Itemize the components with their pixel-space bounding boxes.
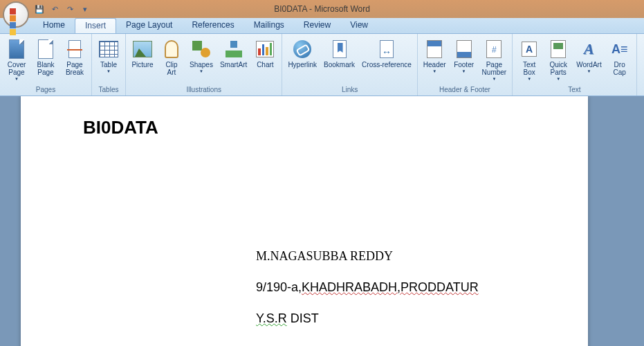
clip-art-icon bbox=[165, 40, 178, 58]
document-page[interactable]: BI0DATA M.NAGASUBBA REDDY 9/190-a,KHADHR… bbox=[21, 96, 588, 346]
document-area[interactable]: BI0DATA M.NAGASUBBA REDDY 9/190-a,KHADHR… bbox=[0, 96, 644, 346]
chevron-down-icon: ▼ bbox=[199, 69, 203, 73]
ribbon-tabs: Home Insert Page Layout References Maili… bbox=[0, 18, 644, 34]
shapes-icon bbox=[192, 41, 210, 57]
group-label: Links bbox=[285, 84, 414, 95]
quick-access-toolbar: 💾 ↶ ↷ ▾ bbox=[33, 3, 91, 15]
picture-icon bbox=[133, 41, 152, 57]
header-button[interactable]: Header▼ bbox=[421, 37, 449, 75]
chevron-down-icon: ▼ bbox=[492, 77, 496, 81]
group-label: Pages bbox=[3, 84, 89, 95]
smartart-button[interactable]: SmartArt bbox=[217, 37, 250, 70]
chevron-down-icon: ▼ bbox=[107, 69, 111, 73]
footer-icon bbox=[457, 40, 472, 58]
cross-reference-button[interactable]: Cross-reference bbox=[359, 37, 414, 70]
page-break-icon bbox=[68, 40, 81, 58]
page-number-icon: # bbox=[486, 40, 502, 58]
ribbon: CoverPage▼ BlankPage PageBreak Pages Tab… bbox=[0, 34, 644, 96]
quick-parts-button[interactable]: QuickParts▼ bbox=[544, 37, 572, 82]
document-heading[interactable]: BI0DATA bbox=[83, 117, 526, 138]
hyperlink-icon bbox=[293, 40, 311, 58]
shapes-button[interactable]: Shapes▼ bbox=[187, 37, 216, 75]
text-box-button[interactable]: ATextBox▼ bbox=[515, 37, 543, 82]
header-icon bbox=[427, 40, 442, 58]
bookmark-button[interactable]: Bookmark bbox=[321, 37, 358, 70]
chart-icon bbox=[256, 41, 274, 57]
group-label: Illustrations bbox=[129, 84, 279, 95]
clip-art-button[interactable]: ClipArt bbox=[158, 37, 185, 78]
chevron-down-icon: ▼ bbox=[462, 69, 466, 73]
drop-cap-icon: A≡ bbox=[611, 42, 628, 57]
tab-page-layout[interactable]: Page Layout bbox=[116, 18, 182, 33]
save-icon[interactable]: 💾 bbox=[33, 3, 46, 15]
chevron-down-icon: ▼ bbox=[587, 69, 591, 73]
group-label: Text bbox=[515, 84, 634, 95]
wordart-button[interactable]: AWordArt▼ bbox=[573, 37, 605, 75]
tab-references[interactable]: References bbox=[182, 18, 243, 33]
tab-mailings[interactable]: Mailings bbox=[244, 18, 294, 33]
group-illustrations: Picture ClipArt Shapes▼ SmartArt Chart I… bbox=[126, 34, 282, 95]
window-title: BI0DATA - Microsoft Word bbox=[274, 4, 370, 14]
blank-page-button[interactable]: BlankPage bbox=[32, 37, 59, 78]
footer-button[interactable]: Footer▼ bbox=[450, 37, 478, 75]
smartart-icon bbox=[225, 41, 243, 57]
redo-icon[interactable]: ↷ bbox=[64, 3, 76, 15]
cover-page-button[interactable]: CoverPage▼ bbox=[3, 37, 30, 82]
hyperlink-button[interactable]: Hyperlink bbox=[285, 37, 320, 70]
document-line[interactable]: 9/190-a,KHADHRABADH,PRODDATUR bbox=[256, 280, 526, 295]
table-icon bbox=[99, 41, 118, 57]
document-line[interactable]: Y.S.R DIST bbox=[256, 311, 526, 326]
tab-review[interactable]: Review bbox=[294, 18, 340, 33]
blank-page-icon bbox=[38, 39, 53, 59]
office-button[interactable] bbox=[3, 1, 29, 28]
group-links: Hyperlink Bookmark Cross-reference Links bbox=[282, 34, 417, 95]
quick-parts-icon bbox=[551, 40, 566, 58]
qat-dropdown-icon[interactable]: ▾ bbox=[79, 3, 91, 15]
chevron-down-icon: ▼ bbox=[527, 77, 531, 81]
page-number-button[interactable]: #PageNumber▼ bbox=[479, 37, 510, 82]
table-button[interactable]: Table▼ bbox=[95, 37, 122, 75]
picture-button[interactable]: Picture bbox=[129, 37, 156, 70]
wordart-icon: A bbox=[584, 40, 594, 58]
group-tables: Table▼ Tables bbox=[92, 34, 126, 95]
tab-insert[interactable]: Insert bbox=[75, 18, 116, 33]
bookmark-icon bbox=[333, 40, 347, 58]
chart-button[interactable]: Chart bbox=[251, 37, 279, 70]
tab-home[interactable]: Home bbox=[33, 18, 75, 33]
chevron-down-icon: ▼ bbox=[15, 77, 19, 81]
text-box-icon: A bbox=[522, 42, 537, 57]
cover-page-icon bbox=[9, 39, 24, 59]
drop-cap-button[interactable]: A≡DroCap bbox=[606, 37, 634, 78]
tab-view[interactable]: View bbox=[340, 18, 378, 33]
group-label: Header & Footer bbox=[421, 84, 509, 95]
group-header-footer: Header▼ Footer▼ #PageNumber▼ Header & Fo… bbox=[418, 34, 513, 95]
undo-icon[interactable]: ↶ bbox=[48, 3, 61, 15]
title-bar: 💾 ↶ ↷ ▾ BI0DATA - Microsoft Word bbox=[0, 0, 644, 18]
group-pages: CoverPage▼ BlankPage PageBreak Pages bbox=[0, 34, 92, 95]
group-text: ATextBox▼ QuickParts▼ AWordArt▼ A≡DroCap… bbox=[513, 34, 637, 95]
document-line[interactable]: M.NAGASUBBA REDDY bbox=[256, 249, 526, 264]
group-label: Tables bbox=[95, 84, 122, 95]
cross-reference-icon bbox=[380, 40, 394, 58]
page-break-button[interactable]: PageBreak bbox=[61, 37, 89, 78]
chevron-down-icon: ▼ bbox=[432, 69, 436, 73]
chevron-down-icon: ▼ bbox=[556, 77, 560, 81]
